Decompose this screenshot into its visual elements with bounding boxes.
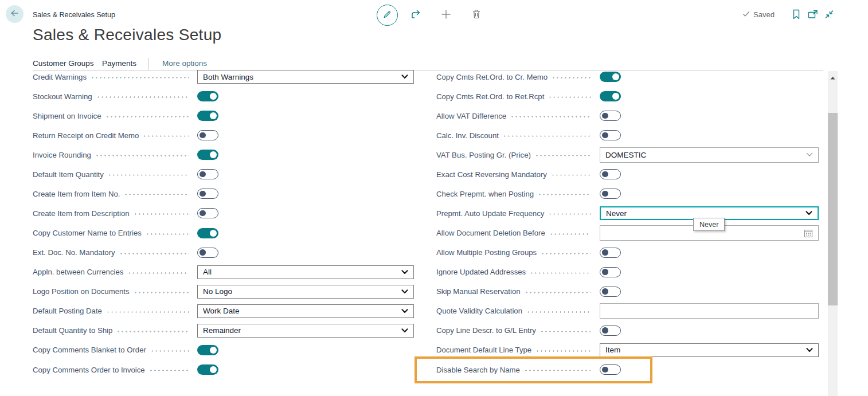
toggle-knob xyxy=(210,93,217,100)
field-row-copy-comments-order-to-invoice: Copy Comments Order to Invoice xyxy=(33,360,414,379)
select-value: Item xyxy=(605,346,806,354)
field-label-stockout-warning: Stockout Warning xyxy=(33,92,92,101)
dotted-leader xyxy=(96,96,189,98)
credit-warnings-select[interactable]: Both Warnings xyxy=(197,70,414,84)
save-status: Saved xyxy=(742,10,775,19)
toggle-knob xyxy=(602,288,608,295)
copy-comments-blanket-to-order-toggle[interactable] xyxy=(197,345,218,355)
field-label-vat-bus-posting-gr-price: VAT Bus. Posting Gr. (Price) xyxy=(436,151,531,159)
dotted-leader xyxy=(535,350,591,352)
invoice-rounding-toggle[interactable] xyxy=(197,150,218,160)
checkmark-icon xyxy=(742,10,750,19)
field-label-ext-doc-no-mandatory: Ext. Doc. No. Mandatory xyxy=(33,248,115,257)
bookmark-icon xyxy=(792,9,800,22)
ext-doc-no-mandatory-toggle[interactable] xyxy=(197,248,218,258)
disable-search-by-name-toggle[interactable] xyxy=(600,364,621,375)
toggle-knob xyxy=(602,249,608,256)
dotted-leader xyxy=(549,233,591,235)
back-button[interactable] xyxy=(6,5,24,23)
dotted-leader xyxy=(530,272,591,274)
bookmark-button[interactable] xyxy=(792,9,800,22)
check-prepmt-when-posting-toggle[interactable] xyxy=(600,189,621,199)
dotted-leader xyxy=(146,233,189,235)
field-row-create-item-from-item-no: Create Item from Item No. xyxy=(33,184,414,203)
dotted-leader xyxy=(541,253,591,254)
calendar-icon xyxy=(804,229,813,238)
document-default-line-type-select[interactable]: Item xyxy=(600,343,819,357)
default-posting-date-select[interactable]: Work Date xyxy=(197,304,414,318)
chevron-down-icon xyxy=(401,289,408,294)
saved-label: Saved xyxy=(753,10,775,19)
field-label-default-quantity-to-ship: Default Quantity to Ship xyxy=(33,326,112,335)
vertical-scrollbar[interactable] xyxy=(828,71,838,396)
field-row-stockout-warning: Stockout Warning xyxy=(33,87,414,106)
calc-inv-discount-toggle[interactable] xyxy=(600,130,621,140)
default-quantity-to-ship-select[interactable]: Remainder xyxy=(197,324,414,338)
new-button[interactable] xyxy=(441,9,451,22)
delete-button[interactable] xyxy=(471,9,482,22)
copy-cmts-ret-ord-to-cr-memo-toggle[interactable] xyxy=(600,72,621,82)
share-button[interactable] xyxy=(410,9,423,22)
tab-payments[interactable]: Payments xyxy=(102,59,136,68)
dotted-leader xyxy=(127,272,189,274)
collapse-button[interactable] xyxy=(824,10,834,21)
copy-cmts-ret-ord-to-ret-rcpt-toggle[interactable] xyxy=(600,91,621,101)
exact-cost-reversing-mandatory-toggle[interactable] xyxy=(600,169,621,179)
ignore-updated-addresses-toggle[interactable] xyxy=(600,267,621,277)
return-receipt-on-credit-memo-toggle[interactable] xyxy=(197,130,218,140)
field-row-skip-manual-reservation: Skip Manual Reservation xyxy=(436,282,819,301)
field-label-copy-customer-name-to-entries: Copy Customer Name to Entries xyxy=(33,229,142,237)
create-item-from-description-toggle[interactable] xyxy=(197,208,218,218)
allow-vat-difference-toggle[interactable] xyxy=(600,111,621,121)
dotted-leader xyxy=(538,194,591,195)
share-icon xyxy=(410,9,423,22)
field-label-allow-vat-difference: Allow VAT Difference xyxy=(436,112,506,120)
appln-between-currencies-select[interactable]: All xyxy=(197,265,414,279)
copy-comments-order-to-invoice-toggle[interactable] xyxy=(197,364,218,375)
default-item-quantity-toggle[interactable] xyxy=(197,169,218,179)
scrollbar-thumb[interactable] xyxy=(828,113,838,305)
field-label-copy-line-descr-to-g-l-entry: Copy Line Descr. to G/L Entry xyxy=(436,326,536,335)
quote-validity-calculation-input[interactable] xyxy=(600,303,819,319)
vat-bus-posting-gr-price-combobox[interactable]: DOMESTIC xyxy=(600,147,819,163)
create-item-from-item-no-toggle[interactable] xyxy=(197,189,218,199)
select-value: Work Date xyxy=(203,307,401,315)
tab-customer-groups[interactable]: Customer Groups xyxy=(33,59,94,68)
allow-multiple-posting-groups-toggle[interactable] xyxy=(600,248,621,258)
open-window-button[interactable] xyxy=(808,10,818,21)
field-row-copy-line-descr-to-g-l-entry: Copy Line Descr. to G/L Entry xyxy=(436,321,819,340)
stockout-warning-toggle[interactable] xyxy=(197,91,218,101)
toggle-knob xyxy=(602,327,608,334)
dotted-leader xyxy=(551,174,591,176)
copy-customer-name-to-entries-toggle[interactable] xyxy=(197,228,218,238)
tooltip-never: Never xyxy=(693,218,725,231)
toggle-knob xyxy=(602,113,608,119)
more-options-button[interactable]: More options xyxy=(162,59,207,68)
field-row-calc-inv-discount: Calc. Inv. Discount xyxy=(436,126,819,145)
select-value: Never xyxy=(606,209,806,218)
dotted-leader xyxy=(108,174,189,176)
toggle-knob xyxy=(210,230,217,237)
shipment-on-invoice-toggle[interactable] xyxy=(197,111,218,121)
toggle-knob xyxy=(200,249,206,256)
edit-pencil-icon xyxy=(382,9,393,22)
dotted-leader xyxy=(124,194,189,195)
toggle-knob xyxy=(200,210,206,217)
field-row-copy-comments-blanket-to-order: Copy Comments Blanket to Order xyxy=(33,340,414,360)
field-label-allow-document-deletion-before: Allow Document Deletion Before xyxy=(436,229,545,237)
dotted-leader xyxy=(552,77,591,79)
skip-manual-reservation-toggle[interactable] xyxy=(600,287,621,297)
scroll-up-button[interactable] xyxy=(828,73,838,81)
field-row-allow-vat-difference: Allow VAT Difference xyxy=(436,106,819,126)
logo-position-on-documents-select[interactable]: No Logo xyxy=(197,285,414,299)
dotted-leader xyxy=(524,370,591,371)
toggle-knob xyxy=(602,367,608,373)
toggle-knob xyxy=(210,112,217,119)
field-row-prepmt-auto-update-frequency: Prepmt. Auto Update FrequencyNever xyxy=(436,203,819,223)
select-value: All xyxy=(203,268,401,276)
field-row-return-receipt-on-credit-memo: Return Receipt on Credit Memo xyxy=(33,126,414,145)
edit-button[interactable] xyxy=(377,5,398,26)
field-label-copy-comments-order-to-invoice: Copy Comments Order to Invoice xyxy=(33,366,145,374)
field-label-create-item-from-description: Create Item from Description xyxy=(33,209,130,218)
copy-line-descr-to-g-l-entry-toggle[interactable] xyxy=(600,326,621,336)
